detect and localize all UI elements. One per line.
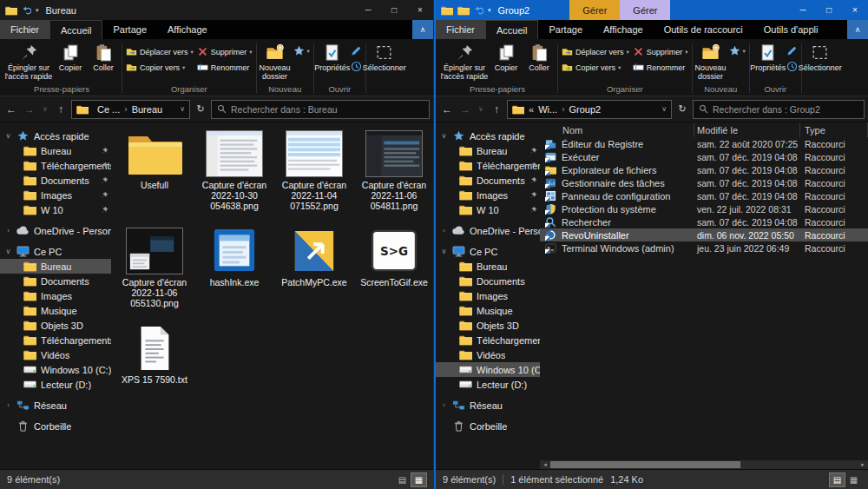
ribbon-tab[interactable]: Fichier xyxy=(436,20,485,39)
shortcut-row[interactable]: RevoUninstaller dim. 06 nov. 2022 05:50 … xyxy=(540,228,868,241)
collapse-ribbon-button[interactable]: ∧ xyxy=(847,20,868,39)
expand-chevron-icon[interactable]: ∨ xyxy=(4,132,12,140)
rename-button[interactable]: Renommer xyxy=(195,61,254,74)
search-box[interactable] xyxy=(211,100,430,119)
new-folder-button[interactable]: Nouveau dossier xyxy=(259,42,292,83)
undo-icon[interactable] xyxy=(474,5,483,15)
address-bar[interactable]: Ce ... › Bureau ∨ xyxy=(71,100,190,119)
breadcrumb-root[interactable]: Wi... xyxy=(538,104,557,115)
sidebar-item[interactable]: Téléchargements xyxy=(0,333,111,347)
history-button[interactable] xyxy=(785,60,799,73)
sidebar-item[interactable]: ∨ Accès rapide xyxy=(0,129,111,143)
maximize-button[interactable]: □ xyxy=(381,0,407,20)
sidebar-item[interactable]: Bureau xyxy=(0,259,111,274)
easy-access-button[interactable]: ▾ xyxy=(727,44,747,57)
application-tools-manage-tab[interactable]: Gérer xyxy=(620,0,670,20)
back-button[interactable]: ← xyxy=(3,103,19,116)
file-list[interactable]: Nom Modifié le Type Éditeur du Registre … xyxy=(540,122,868,469)
copy-to-button[interactable]: Copier vers▾ xyxy=(560,61,631,74)
ribbon-tab[interactable]: Affichage xyxy=(593,20,654,39)
sidebar-item[interactable]: Documents xyxy=(0,173,111,188)
shortcut-row[interactable]: Panneau de configuration sam. 07 déc. 20… xyxy=(540,189,868,202)
pin-to-quick-access-button[interactable]: Épingler sur l'accès rapide xyxy=(439,42,490,83)
sidebar-item[interactable]: Musique xyxy=(436,303,540,318)
sidebar-item[interactable]: › Réseau xyxy=(0,398,111,413)
recent-locations-button[interactable]: ∨ xyxy=(476,105,486,113)
sidebar-item[interactable]: Objets 3D xyxy=(0,318,111,333)
titlebar[interactable]: ▾ Bureau ─ □ × xyxy=(0,0,433,20)
close-button[interactable]: × xyxy=(407,0,433,20)
file-tile[interactable]: Capture d'écran 2022-10-30 054638.png xyxy=(194,129,274,227)
details-view-button[interactable]: ▤ xyxy=(830,473,845,486)
column-header-modified[interactable]: Modifié le xyxy=(694,122,800,137)
sidebar-item[interactable]: ∨ Ce PC xyxy=(0,244,111,259)
sidebar-item[interactable]: Images xyxy=(0,188,111,202)
forward-button[interactable]: → xyxy=(457,103,473,116)
paste-button[interactable]: Coller xyxy=(87,42,120,74)
new-folder-quick-icon[interactable] xyxy=(457,5,470,16)
sidebar-item[interactable]: Vidéos xyxy=(436,347,540,362)
new-folder-button[interactable]: Nouveau dossier xyxy=(694,42,727,83)
easy-access-button[interactable]: ▾ xyxy=(292,44,312,57)
breadcrumb-root[interactable]: Ce ... xyxy=(97,104,120,115)
scroll-right-arrow[interactable]: ▸ xyxy=(858,461,868,468)
forward-button[interactable]: → xyxy=(22,103,37,116)
properties-button[interactable]: Propriétés xyxy=(316,42,349,74)
shortcut-row[interactable]: Gestionnaire des tâches sam. 07 déc. 201… xyxy=(540,176,868,189)
sidebar-item[interactable]: Corbeille xyxy=(0,419,111,433)
shortcut-row[interactable]: Exécuter sam. 07 déc. 2019 04:08 Raccour… xyxy=(540,150,868,163)
sidebar-item[interactable]: Images xyxy=(436,288,540,303)
file-tile[interactable]: S>G ScreenToGif.exe xyxy=(354,227,433,324)
properties-button[interactable]: Propriétés xyxy=(752,42,785,74)
sidebar-item[interactable]: Documents xyxy=(0,274,111,288)
expand-chevron-icon[interactable]: › xyxy=(440,401,448,409)
maximize-button[interactable]: □ xyxy=(816,0,842,20)
copy-button[interactable]: Copier xyxy=(490,42,523,74)
up-button[interactable]: ↑ xyxy=(53,103,69,116)
sidebar-item[interactable]: W 10 xyxy=(0,202,111,217)
delete-button[interactable]: Supprimer▾ xyxy=(195,45,254,58)
sidebar-item[interactable]: Lecteur (D:) xyxy=(436,377,540,392)
sidebar-item[interactable]: Images xyxy=(436,188,540,202)
sidebar-item[interactable]: Musique xyxy=(0,303,111,318)
column-header-name[interactable]: Nom xyxy=(545,122,694,137)
column-header-type[interactable]: Type xyxy=(800,122,868,137)
search-box[interactable] xyxy=(693,100,865,119)
ribbon-tab[interactable]: Outils d'appli xyxy=(753,20,829,39)
search-input[interactable] xyxy=(713,104,858,115)
sidebar-item[interactable]: Lecteur (D:) xyxy=(0,377,111,392)
file-tile[interactable]: PatchMyPC.exe xyxy=(274,227,354,324)
sidebar-item[interactable]: Téléchargements xyxy=(436,333,540,347)
address-bar[interactable]: « Wi... › Group2 ∨ xyxy=(507,100,672,119)
sidebar-item[interactable]: Windows 10 (C:) xyxy=(436,362,540,377)
file-tile[interactable]: Capture d'écran 2022-11-06 054811.png xyxy=(354,129,433,227)
edit-button[interactable] xyxy=(349,44,364,57)
shortcut-row[interactable]: Rechercher sam. 07 déc. 2019 04:08 Racco… xyxy=(540,215,868,228)
minimize-button[interactable]: ─ xyxy=(355,0,381,20)
expand-chevron-icon[interactable]: › xyxy=(4,401,12,409)
sidebar-item[interactable]: Documents xyxy=(436,173,540,188)
file-tile[interactable]: Capture d'écran 2022-11-06 055130.png xyxy=(115,227,194,324)
sidebar-item[interactable]: Windows 10 (C:) xyxy=(0,362,111,377)
sidebar-item[interactable]: Bureau xyxy=(436,143,540,158)
sidebar-item[interactable]: Corbeille xyxy=(436,419,540,433)
horizontal-scrollbar[interactable]: ◂ ▸ xyxy=(540,460,868,469)
ribbon-tab[interactable]: Accueil xyxy=(485,20,538,39)
breadcrumb-current[interactable]: Bureau xyxy=(132,104,162,115)
move-to-button[interactable]: Déplacer vers▾ xyxy=(560,45,631,58)
move-to-button[interactable]: Déplacer vers▾ xyxy=(124,45,195,58)
details-view-button[interactable]: ▤ xyxy=(395,473,410,486)
edit-button[interactable] xyxy=(785,44,799,57)
ribbon-tab[interactable]: Outils de raccourci xyxy=(654,20,753,39)
sidebar-item[interactable]: Bureau xyxy=(0,143,111,158)
address-dropdown-icon[interactable]: ∨ xyxy=(180,105,185,113)
scrollbar-thumb[interactable] xyxy=(550,461,740,468)
copy-button[interactable]: Copier xyxy=(54,42,87,74)
shortcut-row[interactable]: Protection du système ven. 22 juil. 2022… xyxy=(540,202,868,215)
sidebar-item[interactable]: W 10 xyxy=(436,202,540,217)
collapse-ribbon-button[interactable]: ∧ xyxy=(412,20,433,39)
minimize-button[interactable]: ─ xyxy=(790,0,816,20)
undo-icon[interactable] xyxy=(22,5,31,15)
sidebar-item[interactable]: Téléchargements xyxy=(436,158,540,173)
ribbon-tab[interactable]: Accueil xyxy=(49,20,102,39)
